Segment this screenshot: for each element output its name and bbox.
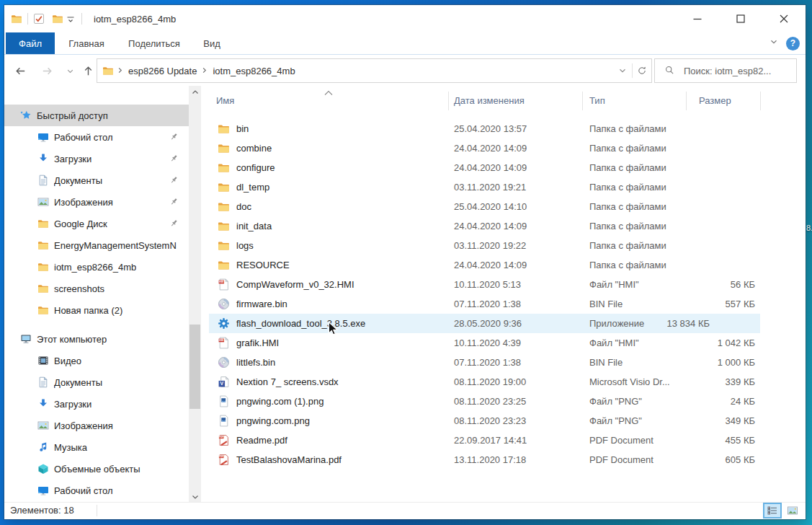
qat-checkmark-button[interactable]: [32, 12, 45, 25]
scroll-down-arrow-icon[interactable]: [189, 490, 201, 503]
sidebar-item-downloads[interactable]: Загрузки: [4, 148, 189, 169]
sidebar-item-new-folder-2[interactable]: Новая папка (2): [4, 299, 189, 321]
tab-file[interactable]: Файл: [6, 32, 55, 54]
column-header-date[interactable]: Дата изменения: [454, 95, 525, 106]
sort-ascending-icon[interactable]: [324, 87, 334, 93]
scroll-up-arrow-icon[interactable]: [189, 86, 201, 98]
sidebar-item-desktop[interactable]: Рабочий стол: [4, 126, 189, 148]
file-row[interactable]: pngwing.com.png08.11.2020 23:23Файл "PNG…: [209, 411, 806, 431]
large-icons-view-button[interactable]: [783, 503, 802, 519]
file-type-folder-icon: [218, 142, 230, 154]
file-size: 56 КБ: [731, 275, 755, 294]
file-row[interactable]: firmware.bin07.11.2020 1:38BIN File557 К…: [209, 294, 806, 314]
address-bar[interactable]: esp8266 Update iotm_esp8266_4mb: [97, 58, 652, 83]
sidebar-item-screenshots[interactable]: screenshots: [4, 278, 189, 299]
tab-share[interactable]: Поделиться: [118, 32, 190, 54]
breadcrumb-item[interactable]: esp8266 Update: [125, 66, 200, 76]
sidebar-item-quick-access[interactable]: Быстрый доступ: [4, 105, 189, 126]
file-row[interactable]: HMIgrafik.HMI10.11.2020 4:39Файл "HMI"1 …: [209, 333, 806, 353]
qat-customize-chevron[interactable]: [64, 12, 77, 25]
file-date: 24.04.2020 14:09: [454, 158, 527, 177]
file-row[interactable]: configure24.04.2020 14:09Папка с файлами: [209, 158, 806, 177]
address-dropdown-chevron[interactable]: [613, 60, 632, 81]
sidebar-item-google-drive[interactable]: Google Диск: [4, 213, 189, 234]
svg-text:PDF: PDF: [219, 436, 223, 438]
svg-text:HMI: HMI: [219, 281, 224, 283]
file-row[interactable]: RESOURCE24.04.2020 14:09Папка с файлами: [209, 255, 806, 275]
qat-folder-button[interactable]: [51, 12, 64, 25]
sidebar-item-this-pc[interactable]: Этот компьютер: [4, 328, 189, 350]
status-bar: Элементов: 18: [4, 502, 806, 519]
tab-home[interactable]: Главная: [55, 32, 118, 54]
column-header-name[interactable]: Имя: [216, 95, 234, 106]
file-date: 28.05.2020 9:36: [454, 314, 522, 333]
ribbon-expand-chevron-icon[interactable]: [769, 37, 779, 50]
file-row[interactable]: logs03.11.2020 19:22Папка с файлами: [209, 236, 806, 255]
file-date: 24.04.2020 14:09: [454, 255, 527, 275]
address-folder-icon: [102, 65, 115, 76]
tab-view[interactable]: Вид: [190, 32, 233, 54]
sidebar-item-desktop[interactable]: Рабочий стол: [4, 480, 189, 501]
sidebar-item-3d-objects[interactable]: Объемные объекты: [4, 458, 189, 480]
file-date: 24.04.2020 14:09: [454, 138, 527, 158]
file-row[interactable]: combine24.04.2020 14:09Папка с файлами: [209, 138, 806, 158]
help-button[interactable]: ?: [786, 37, 800, 50]
maximize-button[interactable]: [719, 5, 762, 32]
sidebar-item-iotm-folder[interactable]: iotm_esp8266_4mb: [4, 256, 189, 278]
computer-icon: [20, 333, 32, 345]
file-type: Файл "PNG": [589, 411, 642, 431]
file-row[interactable]: init_data24.04.2020 14:09Папка с файлами: [209, 216, 806, 236]
search-box[interactable]: [654, 58, 797, 83]
details-view-button[interactable]: [763, 503, 782, 519]
file-row[interactable]: bin25.04.2020 13:57Папка с файлами: [209, 119, 806, 138]
file-size: 339 КБ: [726, 372, 755, 392]
titlebar-separator: [81, 13, 82, 25]
back-button[interactable]: [12, 63, 28, 79]
file-name: RESOURCE: [236, 255, 290, 275]
file-row[interactable]: doc25.04.2020 14:10Папка с файлами: [209, 197, 806, 216]
minimize-button[interactable]: [676, 5, 719, 32]
sidebar-item-documents[interactable]: Документы: [4, 169, 189, 191]
column-header-type[interactable]: Тип: [589, 95, 605, 106]
sidebar-item-pictures[interactable]: Изображения: [4, 415, 189, 436]
refresh-button[interactable]: [633, 60, 651, 81]
file-type: Приложение: [589, 314, 644, 333]
column-header-size[interactable]: Размер: [699, 95, 731, 106]
sidebar-item-pictures[interactable]: Изображения: [4, 191, 189, 213]
sidebar-item-videos[interactable]: Видео: [4, 350, 189, 371]
file-name: Nextion 7_ screens.vsdx: [236, 372, 339, 392]
forward-button[interactable]: [39, 63, 55, 79]
sidebar-item-music[interactable]: Музыка: [4, 436, 189, 458]
search-input[interactable]: [682, 65, 796, 77]
file-date: 13.11.2020 17:18: [454, 450, 526, 469]
breadcrumb-chevron-icon: [200, 66, 209, 75]
close-button[interactable]: [762, 5, 806, 32]
file-row[interactable]: HMICompWaveform_v0_32.HMI10.11.2020 5:13…: [209, 275, 806, 294]
file-name: combine: [236, 138, 272, 158]
sidebar-item-energy-folder[interactable]: EnergyManagementSystemN: [4, 234, 189, 256]
file-row[interactable]: PDFReadme.pdf22.09.2017 14:41PDF Documen…: [209, 431, 806, 450]
file-size: 1 000 КБ: [718, 353, 755, 372]
file-row[interactable]: pngwing.com (1).png08.11.2020 23:25Файл …: [209, 392, 806, 411]
file-row[interactable]: PDFTestBalashovaMarina.pdf13.11.2020 17:…: [209, 450, 806, 469]
window-folder-icon: [10, 12, 23, 25]
file-row[interactable]: flash_download_tool_3.8.5.exe28.05.2020 …: [209, 314, 760, 333]
file-size: 557 КБ: [726, 294, 755, 314]
svg-text:HMI: HMI: [219, 339, 224, 342]
up-button[interactable]: [80, 63, 96, 79]
file-row[interactable]: VNextion 7_ screens.vsdx08.11.2020 19:00…: [209, 372, 806, 392]
sidebar-scrollbar[interactable]: [189, 86, 201, 503]
file-size: 1 042 КБ: [718, 333, 755, 353]
file-row[interactable]: dl_temp03.11.2020 19:21Папка с файлами: [209, 177, 806, 197]
file-name: firmware.bin: [236, 294, 287, 314]
folder-icon: [37, 239, 49, 251]
recent-locations-chevron[interactable]: [62, 63, 78, 79]
breadcrumb-item[interactable]: iotm_esp8266_4mb: [210, 66, 298, 76]
scrollbar-thumb[interactable]: [189, 325, 200, 409]
file-row[interactable]: littlefs.bin07.11.2020 1:38BIN File1 000…: [209, 353, 806, 372]
desktop-icon: [37, 485, 49, 496]
sidebar-item-documents[interactable]: Документы: [4, 371, 189, 393]
sidebar-item-label: Изображения: [54, 197, 113, 208]
sidebar-item-downloads[interactable]: Загрузки: [4, 393, 189, 415]
star-icon: [20, 110, 32, 121]
